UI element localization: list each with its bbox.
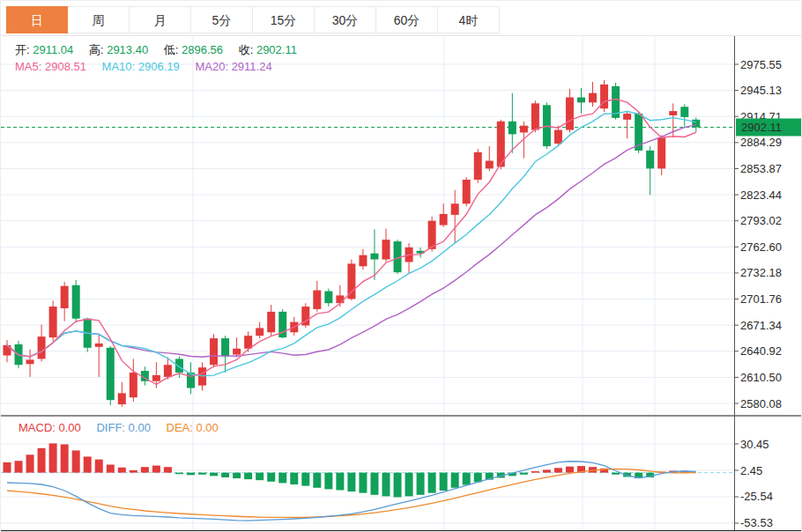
candle[interactable] <box>130 373 137 397</box>
macd-histogram-bar <box>84 456 92 472</box>
candle[interactable] <box>692 120 700 128</box>
tab-month[interactable]: 月 <box>130 6 191 33</box>
candle[interactable] <box>49 307 57 337</box>
tab-60min[interactable]: 60分 <box>376 6 438 33</box>
candle[interactable] <box>623 114 631 120</box>
macd-histogram-bar <box>336 473 344 491</box>
macd-histogram-bar <box>210 473 218 477</box>
candle[interactable] <box>95 344 103 347</box>
candle[interactable] <box>589 93 597 103</box>
candle[interactable] <box>520 126 528 133</box>
candle[interactable] <box>646 151 654 168</box>
axis-label: 2823.44 <box>740 188 782 202</box>
candle[interactable] <box>463 180 471 203</box>
candle[interactable] <box>26 359 34 364</box>
macd-histogram-bar <box>382 473 390 497</box>
axis-label: 2975.55 <box>740 58 782 71</box>
macd-histogram-bar <box>428 473 436 493</box>
axis-label: -25.54 <box>740 490 773 503</box>
candle[interactable] <box>657 137 665 168</box>
macd-histogram-bar <box>38 448 46 473</box>
candle[interactable] <box>164 365 172 377</box>
candle[interactable] <box>152 375 160 381</box>
macd-histogram-bar <box>566 467 574 473</box>
macd-histogram-bar <box>49 443 57 472</box>
candle[interactable] <box>451 203 459 215</box>
macd-histogram-bar <box>394 473 402 498</box>
kline-chart[interactable]: 2975.552945.132914.712884.292853.872823.… <box>1 1 802 532</box>
macd-histogram-bar <box>130 470 137 473</box>
candle[interactable] <box>440 214 448 225</box>
tab-day[interactable]: 日 <box>6 6 68 33</box>
candle[interactable] <box>370 254 378 260</box>
candle[interactable] <box>118 393 126 404</box>
macd-histogram-bar <box>405 473 413 497</box>
macd-histogram-bar <box>244 473 252 480</box>
macd-histogram-bar <box>612 473 620 475</box>
candle[interactable] <box>38 336 46 358</box>
macd-histogram-bar <box>256 473 264 481</box>
axis-label: 2945.13 <box>740 84 782 97</box>
macd-histogram-bar <box>267 473 275 482</box>
candle[interactable] <box>669 111 677 115</box>
macd-histogram-bar <box>278 473 286 484</box>
axis-label: 2.45 <box>740 464 762 477</box>
macd-histogram-bar <box>164 467 172 472</box>
candle[interactable] <box>359 255 367 267</box>
candle[interactable] <box>509 122 516 135</box>
candle[interactable] <box>324 292 332 304</box>
candle[interactable] <box>577 98 585 103</box>
timeframe-tabbar: 日 周 月 5分 15分 30分 60分 4时 <box>6 6 500 33</box>
macd-histogram-bar <box>221 473 229 477</box>
macd-histogram-bar <box>233 473 241 478</box>
axis-label: 2762.60 <box>740 240 782 254</box>
macd-histogram-bar <box>531 471 539 473</box>
macd-histogram-bar <box>370 473 378 495</box>
candle[interactable] <box>4 345 11 356</box>
macd-histogram-bar <box>141 467 149 472</box>
candle[interactable] <box>531 103 539 129</box>
macd-histogram-bar <box>152 466 160 473</box>
candle[interactable] <box>554 130 562 144</box>
macd-histogram-bar <box>301 473 309 486</box>
macd-histogram-bar <box>474 473 482 483</box>
ma5-line <box>7 99 696 384</box>
candle[interactable] <box>382 240 390 259</box>
tab-4hour[interactable]: 4时 <box>438 6 500 33</box>
tab-5min[interactable]: 5分 <box>191 6 253 33</box>
macd-histogram-bar <box>313 473 321 488</box>
macd-histogram-bar <box>175 473 183 475</box>
candle[interactable] <box>72 285 80 319</box>
candle[interactable] <box>221 338 229 356</box>
macd-histogram-bar <box>187 473 195 476</box>
candle[interactable] <box>256 328 264 336</box>
candle[interactable] <box>107 348 115 400</box>
candle[interactable] <box>313 291 321 309</box>
candle[interactable] <box>233 349 241 355</box>
candle[interactable] <box>347 263 355 299</box>
axis-label: 2580.08 <box>740 397 782 410</box>
kline-widget: 日 周 月 5分 15分 30分 60分 4时 2975.552945.1329… <box>0 0 802 532</box>
candle[interactable] <box>474 152 482 180</box>
candle[interactable] <box>210 338 218 365</box>
macd-histogram-bar <box>107 465 115 473</box>
tab-30min[interactable]: 30分 <box>315 6 376 33</box>
axis-label: 2884.29 <box>740 136 782 149</box>
axis-label: 2701.76 <box>740 292 782 306</box>
tab-week[interactable]: 周 <box>68 6 130 33</box>
candle[interactable] <box>680 107 688 117</box>
candle[interactable] <box>566 98 574 130</box>
axis-label: 30.45 <box>740 438 769 451</box>
macd-histogram-bar <box>61 444 69 472</box>
axis-label: 2610.50 <box>740 371 782 384</box>
tab-15min[interactable]: 15分 <box>253 6 315 33</box>
candle[interactable] <box>61 286 69 308</box>
candle[interactable] <box>267 312 275 332</box>
macd-histogram-bar <box>359 473 367 493</box>
current-price-badge-text: 2902.11 <box>741 121 782 134</box>
candle[interactable] <box>486 161 494 169</box>
candle[interactable] <box>175 358 183 373</box>
macd-histogram-bar <box>290 473 298 484</box>
candle[interactable] <box>336 295 344 303</box>
axis-label: 2671.34 <box>740 319 782 332</box>
